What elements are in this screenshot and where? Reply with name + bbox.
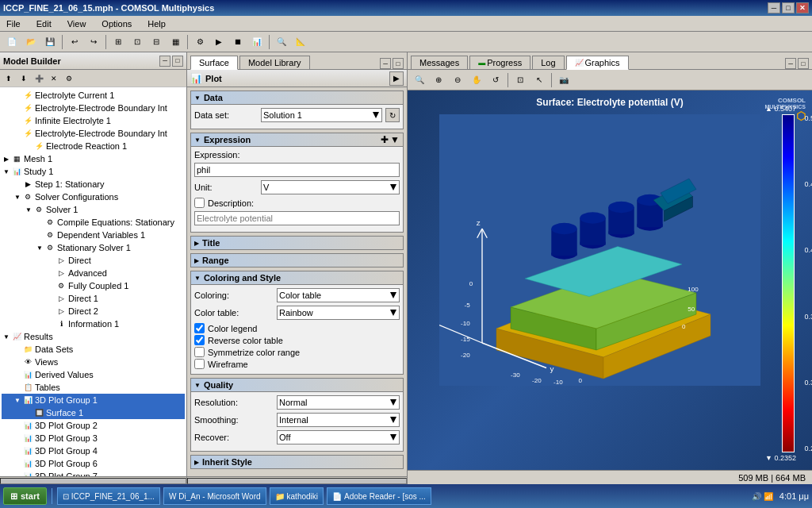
tree-scrollbar[interactable]: [0, 476, 186, 484]
expr-add-icon[interactable]: ✚: [381, 134, 389, 145]
unit-select[interactable]: V: [261, 180, 400, 194]
taskbar-item-2[interactable]: 📁 kathodiki: [270, 487, 324, 505]
recover-select[interactable]: Off: [277, 430, 400, 444]
tree-btn-1[interactable]: ⬆: [2, 71, 16, 86]
right-maximize[interactable]: □: [798, 58, 809, 69]
minimize-button[interactable]: ─: [768, 2, 780, 13]
toolbar-redo[interactable]: ↪: [85, 33, 102, 51]
tree-item[interactable]: 📊3D Plot Group 4: [2, 444, 185, 457]
toolbar-btn-1[interactable]: ⊞: [109, 33, 127, 51]
resolution-select[interactable]: Normal: [277, 395, 400, 410]
right-minimize[interactable]: ─: [785, 58, 796, 69]
menu-help[interactable]: Help: [144, 17, 169, 30]
tree-item[interactable]: ⚡Electrolyte-Electrode Boundary Int: [2, 102, 185, 114]
tree-item[interactable]: ▼📈Results: [2, 330, 185, 343]
tab-progress[interactable]: ▬ Progress: [469, 56, 530, 69]
tree-scrollbar-track[interactable]: [0, 478, 186, 484]
panel-maximize[interactable]: □: [172, 56, 183, 67]
taskbar-item-1[interactable]: W Di_An - Microsoft Word: [163, 487, 266, 505]
graphics-btn-pan[interactable]: ✋: [468, 71, 485, 89]
menu-view[interactable]: View: [64, 17, 90, 30]
tab-surface[interactable]: Surface: [190, 56, 238, 70]
toolbar-save[interactable]: 💾: [41, 33, 59, 51]
taskbar-item-3[interactable]: 📄 Adobe Reader - [sos ...: [327, 487, 431, 505]
tree-item[interactable]: ▼⚙Solver 1: [2, 203, 185, 216]
tab-model-library[interactable]: Model Library: [239, 56, 310, 69]
tree-item[interactable]: 📊3D Plot Group 6: [2, 457, 185, 470]
tree-item[interactable]: ▷Direct: [2, 254, 185, 267]
tab-log[interactable]: Log: [532, 56, 564, 69]
section-data-header[interactable]: ▼ Data: [190, 90, 404, 105]
tree-item[interactable]: ▼📊Study 1: [2, 165, 185, 178]
reverse-color-check[interactable]: [194, 335, 205, 345]
section-coloring-header[interactable]: ▼ Coloring and Style: [190, 271, 404, 285]
toolbar-new[interactable]: 📄: [3, 33, 21, 51]
menu-edit[interactable]: Edit: [33, 17, 55, 30]
toolbar-btn-10[interactable]: 📐: [292, 33, 309, 51]
color-table-select[interactable]: Rainbow: [277, 306, 400, 320]
graphics-btn-zoom-in[interactable]: ⊕: [430, 71, 447, 89]
wireframe-check[interactable]: [194, 359, 205, 369]
dataset-select[interactable]: Solution 1: [261, 108, 382, 122]
close-button[interactable]: ✕: [796, 2, 809, 13]
toolbar-open[interactable]: 📂: [22, 33, 40, 51]
tree-item[interactable]: ▼⚙Solver Configurations: [2, 190, 185, 203]
tab-graphics[interactable]: 📈 Graphics: [566, 56, 629, 70]
graphics-btn-zoom-out[interactable]: ⊖: [449, 71, 466, 89]
middle-scrollbar[interactable]: [187, 476, 407, 484]
tree-item[interactable]: 📊3D Plot Group 7: [2, 470, 185, 476]
tree-item[interactable]: ▼📊3D Plot Group 1: [2, 394, 185, 406]
tab-messages[interactable]: Messages: [411, 56, 468, 69]
toolbar-btn-9[interactable]: 🔍: [273, 33, 290, 51]
middle-minimize[interactable]: ─: [380, 58, 391, 69]
tree-item[interactable]: 📊3D Plot Group 2: [2, 419, 185, 432]
graphics-btn-export[interactable]: 📷: [555, 71, 573, 89]
tree-item[interactable]: ▷Advanced: [2, 267, 185, 279]
graphics-btn-select[interactable]: ↖: [530, 71, 548, 89]
tree-btn-5[interactable]: ⚙: [62, 71, 76, 86]
toolbar-btn-7[interactable]: ⏹: [229, 33, 247, 51]
dataset-refresh[interactable]: ↻: [385, 108, 400, 122]
tree-item[interactable]: ⚙Dependent Variables 1: [2, 229, 185, 241]
tree-item[interactable]: ▷Direct 2: [2, 305, 185, 318]
section-title-header[interactable]: ▶ Title: [190, 236, 404, 250]
tree-item[interactable]: ▼⚙Stationary Solver 1: [2, 241, 185, 254]
tree-item[interactable]: 📁Data Sets: [2, 343, 185, 356]
toolbar-btn-5[interactable]: ⚙: [191, 33, 209, 51]
expr-input[interactable]: [194, 163, 400, 177]
start-button[interactable]: ⊞ start: [3, 487, 47, 505]
section-range-header[interactable]: ▶ Range: [190, 253, 404, 267]
tree-item[interactable]: ⚡Electrolyte Current 1: [2, 89, 185, 102]
menu-file[interactable]: File: [3, 17, 24, 30]
taskbar-item-0[interactable]: ⊡ ICCP_FINE_21_06_1...: [57, 487, 160, 505]
tree-item[interactable]: ▷Direct 1: [2, 292, 185, 305]
toolbar-btn-6[interactable]: ▶: [210, 33, 228, 51]
section-inherit-header[interactable]: ▶ Inherit Style: [190, 455, 404, 469]
graphics-btn-zoom[interactable]: 🔍: [411, 71, 428, 89]
section-expression-header[interactable]: ▼ Expression ✚ ▼: [190, 133, 404, 147]
toolbar-undo[interactable]: ↩: [66, 33, 83, 51]
tree-item[interactable]: ▶Step 1: Stationary: [2, 178, 185, 190]
graphics-area[interactable]: Surface: Electrolyte potential (V) COMSO…: [408, 90, 812, 484]
tree-item[interactable]: 👁Views: [2, 356, 185, 368]
tree-btn-4[interactable]: ✕: [47, 71, 61, 86]
symmetrize-check[interactable]: [194, 347, 205, 357]
toolbar-btn-2[interactable]: ⊡: [128, 33, 146, 51]
tree-item[interactable]: 🔲Surface 1: [2, 406, 185, 419]
tree-btn-3[interactable]: ➕: [32, 71, 46, 86]
toolbar-btn-4[interactable]: ▦: [167, 33, 184, 51]
plot-button[interactable]: ▶: [389, 71, 404, 86]
menu-options[interactable]: Options: [98, 17, 135, 30]
section-quality-header[interactable]: ▼ Quality: [190, 378, 404, 392]
graphics-btn-rotate[interactable]: ↺: [487, 71, 504, 89]
tree-item[interactable]: ⚡Electrolyte-Electrode Boundary Int: [2, 127, 185, 140]
color-legend-check[interactable]: [194, 323, 205, 333]
toolbar-btn-3[interactable]: ⊟: [147, 33, 165, 51]
middle-scrollbar-track[interactable]: [187, 478, 407, 484]
tree-item[interactable]: ▶▦Mesh 1: [2, 152, 185, 165]
tree-item[interactable]: ⚙Compile Equations: Stationary: [2, 216, 185, 229]
expr-menu-icon[interactable]: ▼: [390, 134, 400, 145]
maximize-button[interactable]: □: [782, 2, 795, 13]
coloring-select[interactable]: Color table: [277, 288, 400, 302]
smoothing-select[interactable]: Internal: [277, 413, 400, 427]
